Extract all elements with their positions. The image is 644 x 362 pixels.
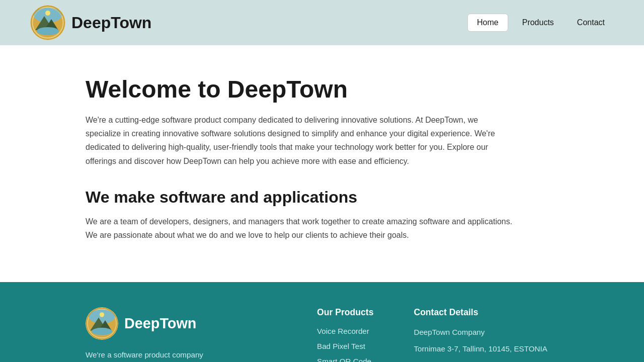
- list-item: Bad Pixel Test: [317, 342, 373, 351]
- sub-text: We are a team of developers, designers, …: [86, 215, 513, 242]
- contact-company: DeepTown Company: [414, 327, 547, 338]
- sub-title: We make software and applications: [86, 188, 513, 207]
- list-item: Voice Recorder: [317, 327, 373, 336]
- main-nav: Home Products Contact: [467, 14, 614, 32]
- product-smart-qr[interactable]: Smart QR Code: [317, 357, 371, 362]
- intro-text: We're a cutting-edge software product co…: [86, 113, 513, 168]
- header: DeepTown Home Products Contact: [0, 0, 644, 45]
- welcome-title: Welcome to DeepTown: [86, 75, 513, 103]
- footer-contact-col: Contact Details DeepTown Company Tornima…: [414, 307, 547, 362]
- products-heading: Our Products: [317, 307, 373, 318]
- footer-tagline: We're a software product company dedicat…: [86, 349, 226, 362]
- svg-point-6: [45, 11, 50, 16]
- nav-contact[interactable]: Contact: [568, 14, 614, 31]
- contact-heading: Contact Details: [414, 307, 547, 318]
- footer-logo-icon: [86, 307, 118, 340]
- brand-name: DeepTown: [71, 14, 151, 32]
- product-bad-pixel[interactable]: Bad Pixel Test: [317, 342, 365, 350]
- contact-phone: +372 919 321 977: [414, 360, 547, 362]
- svg-point-14: [92, 328, 112, 335]
- footer-top: DeepTown We're a software product compan…: [86, 307, 604, 362]
- nav-products[interactable]: Products: [513, 14, 563, 31]
- footer: DeepTown We're a software product compan…: [0, 282, 644, 362]
- svg-point-15: [100, 312, 104, 317]
- footer-brand-name: DeepTown: [124, 315, 196, 332]
- product-voice-recorder[interactable]: Voice Recorder: [317, 327, 369, 335]
- contact-address: Tornimae 3-7, Tallinn, 10145, ESTONIA: [414, 343, 547, 355]
- footer-brand-col: DeepTown We're a software product compan…: [86, 307, 277, 362]
- list-item: Smart QR Code: [317, 357, 373, 362]
- svg-point-5: [37, 27, 59, 35]
- footer-logo-area: DeepTown: [86, 307, 277, 340]
- main-content: Welcome to DeepTown We're a cutting-edge…: [0, 45, 553, 282]
- footer-products-col: Our Products Voice Recorder Bad Pixel Te…: [317, 307, 373, 362]
- products-list: Voice Recorder Bad Pixel Test Smart QR C…: [317, 327, 373, 362]
- logo-area: DeepTown: [30, 5, 151, 40]
- nav-home[interactable]: Home: [467, 14, 508, 32]
- logo-icon: [30, 5, 65, 40]
